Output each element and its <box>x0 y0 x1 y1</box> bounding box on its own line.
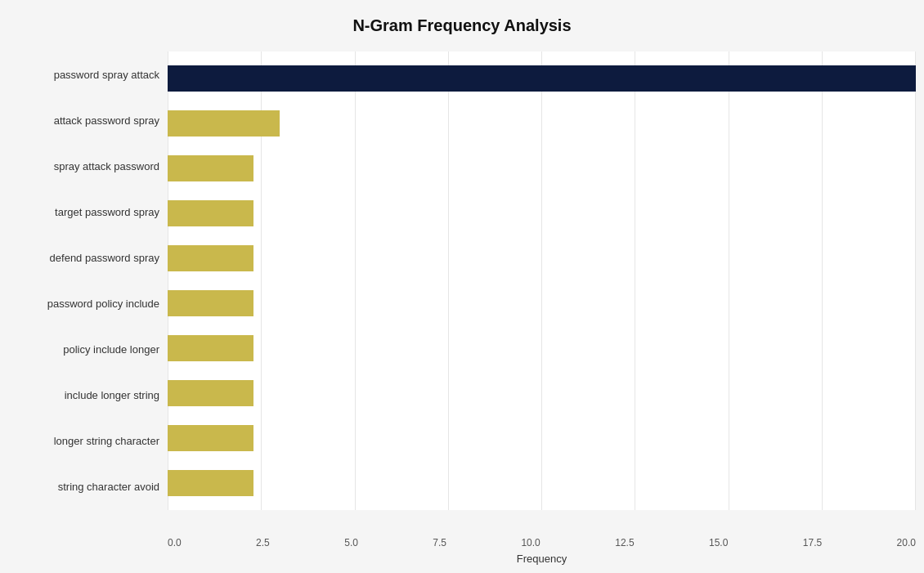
y-label: longer string character <box>54 436 159 446</box>
x-axis-label: Frequency <box>168 553 916 565</box>
y-label: include longer string <box>65 390 159 401</box>
y-label: string character avoid <box>58 481 159 492</box>
bar-row <box>168 466 916 500</box>
bar-row <box>168 286 916 320</box>
x-tick: 15.0 <box>709 537 728 548</box>
bars-area <box>168 51 916 510</box>
y-label: spray attack password <box>54 161 159 172</box>
y-label: defend password spray <box>50 253 159 263</box>
bar <box>168 245 253 271</box>
bar-row <box>168 331 916 365</box>
bar <box>168 425 253 451</box>
x-ticks: 0.02.55.07.510.012.515.017.520.0 <box>168 537 916 548</box>
bar <box>168 380 253 406</box>
y-label: attack password spray <box>54 115 159 126</box>
y-labels: password spray attackattack password spr… <box>8 51 168 510</box>
x-tick: 7.5 <box>433 537 446 548</box>
chart-container: N-Gram Frequency Analysis password spray… <box>0 0 924 573</box>
bar <box>168 110 280 137</box>
x-tick: 0.0 <box>168 537 182 548</box>
bar <box>168 200 253 226</box>
bar <box>168 155 253 181</box>
chart-area: password spray attackattack password spr… <box>8 51 916 510</box>
bar <box>168 290 253 316</box>
bar <box>168 470 253 496</box>
x-tick: 20.0 <box>897 537 916 548</box>
y-label: password policy include <box>47 298 159 309</box>
bottom-section: 0.02.55.07.510.012.515.017.520.0 Frequen… <box>168 537 916 565</box>
bar <box>168 65 916 92</box>
x-tick: 2.5 <box>256 537 270 548</box>
x-tick: 5.0 <box>344 537 358 548</box>
bar-row <box>168 106 916 141</box>
x-tick: 10.0 <box>521 537 540 548</box>
x-tick: 17.5 <box>803 537 822 548</box>
bar-row <box>168 241 916 275</box>
bar-row <box>168 151 916 186</box>
chart-title: N-Gram Frequency Analysis <box>8 16 916 35</box>
y-label: password spray attack <box>54 69 159 80</box>
bar <box>168 335 253 361</box>
y-label: policy include longer <box>63 344 159 355</box>
x-tick: 12.5 <box>615 537 634 548</box>
plot-area <box>168 51 916 510</box>
y-label: target password spray <box>55 207 159 217</box>
bar-row <box>168 376 916 410</box>
bar-row <box>168 196 916 231</box>
bar-row <box>168 421 916 455</box>
bar-row <box>168 61 916 96</box>
